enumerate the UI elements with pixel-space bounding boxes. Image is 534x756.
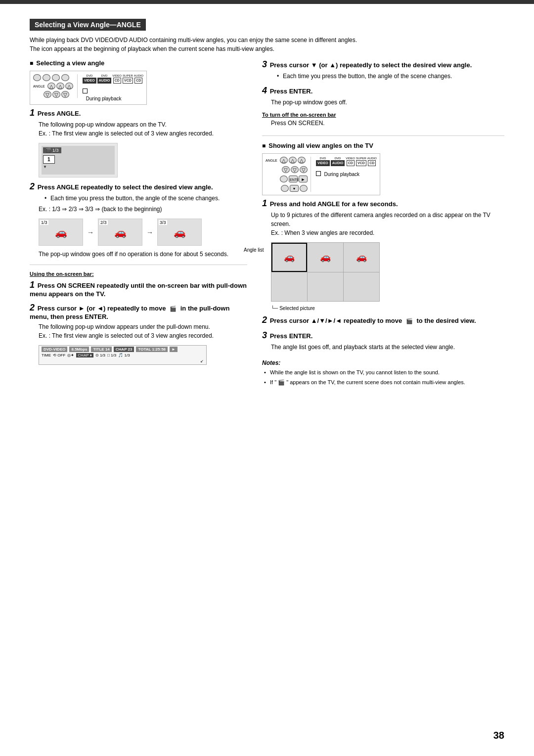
r-checkbox bbox=[316, 171, 321, 176]
step4-body: The pop-up window goes off. bbox=[271, 98, 504, 107]
angle-car-3: 🚗 bbox=[356, 252, 367, 263]
car-icon-1: 🚗 bbox=[55, 226, 67, 238]
angle-icon-inline: 🎬 bbox=[170, 306, 177, 311]
popup-inner: 🎬 1/3 1 ▼ bbox=[42, 146, 115, 175]
btn-circle-2 bbox=[43, 74, 50, 81]
popup-angle-row: 🎬 1/3 bbox=[43, 147, 61, 153]
step1-title: 1 Press ANGLE. bbox=[30, 108, 247, 118]
popup-window: 🎬 1/3 1 ▼ bbox=[39, 143, 118, 178]
page-number: 38 bbox=[493, 730, 504, 741]
rbn-dn3: ▽ bbox=[300, 166, 308, 173]
cars-row: 🚗 1/3 → 🚗 2/3 → 🚗 3/3 bbox=[39, 219, 247, 246]
angle-label-right: ANGLE bbox=[266, 159, 277, 162]
format-badges-right: DVD VIDEO DVD AUDIO VIDEO CD SUPER bbox=[314, 157, 377, 178]
rbn-c1 bbox=[280, 176, 288, 182]
video-badge: VIDEO bbox=[83, 78, 96, 84]
dvd-label2: DVD bbox=[101, 74, 108, 77]
step2-block: 2 Press ANGLE repeatedly to select the d… bbox=[30, 181, 247, 214]
btn-tri-dn1: ▽ bbox=[44, 91, 51, 98]
right-column: 3 Press cursor ▼ (or ▲) repeatedly to se… bbox=[262, 59, 504, 391]
btn-tri-up: △ bbox=[47, 83, 55, 89]
bar-symbol: ◎✦ bbox=[67, 353, 74, 357]
btn-circle-4 bbox=[61, 74, 69, 81]
page-content: Selecting a View Angle—ANGLE While playi… bbox=[0, 4, 534, 420]
dvd-label: DVD bbox=[87, 74, 93, 77]
angle-grid: 🚗 🚗 🚗 bbox=[271, 242, 380, 302]
car-label-3: 3/3 bbox=[159, 220, 167, 225]
show-step3-title: 3 Press ENTER. bbox=[262, 330, 504, 341]
rbn-right: ► bbox=[299, 176, 308, 182]
bar-chap: CHAP 23 bbox=[114, 347, 134, 352]
btn-tri-dn2: ▽ bbox=[52, 91, 60, 98]
turn-off-bar-body: Press ON SCREEN. bbox=[271, 119, 504, 128]
r-during-playback: During playback bbox=[316, 170, 377, 178]
onscreen-bar-title: Using the on-screen bar: bbox=[30, 271, 247, 277]
onscreen-bar-mockup: DVD-VIDEO 8.5Mbps TITLE 14 CHAP 23 TOTAL… bbox=[39, 345, 207, 365]
bar-dvd-video: DVD-VIDEO bbox=[42, 347, 67, 352]
vcd-badge: VCD bbox=[123, 78, 133, 84]
onscreen-step1: 1 Press ON SCREEN repeatedly until the o… bbox=[30, 280, 247, 298]
angle-cell-3: 🚗 bbox=[344, 243, 379, 272]
note-1: While the angle list is shown on the TV,… bbox=[270, 368, 504, 377]
angle-cell-1: 🚗 bbox=[271, 243, 307, 272]
r-audio-badge: AUDIO bbox=[331, 160, 345, 166]
bar-chap-sel: CHAP ♦ bbox=[76, 353, 93, 357]
btn-tri-up3: △ bbox=[65, 83, 73, 89]
step4-block: 4 Press ENTER. The pop-up window goes of… bbox=[262, 86, 504, 107]
angle-list-label: Angle list bbox=[244, 247, 264, 253]
audio-label-sm: AUDIO bbox=[134, 74, 143, 77]
r-cd-badge1: CD bbox=[347, 160, 355, 166]
angle-icon-inline2: 🎬 bbox=[406, 318, 413, 324]
rbn-tri1: △ bbox=[280, 157, 288, 164]
step2-body: Each time you press the button, the angl… bbox=[39, 194, 247, 214]
step4-title: 4 Press ENTER. bbox=[262, 86, 504, 96]
popup-note: The pop-up window goes off if no operati… bbox=[39, 250, 247, 259]
rbn-dn2: ▽ bbox=[291, 166, 299, 173]
btn-tri-dn3: ▽ bbox=[61, 91, 69, 98]
checkbox-icon bbox=[83, 89, 88, 93]
bar-title: TITLE 14 bbox=[91, 347, 111, 352]
btn-circle-1 bbox=[33, 74, 41, 81]
angle-list-container: Angle list 🚗 🚗 🚗 └─ bbox=[271, 242, 504, 311]
cd-badge1: CD bbox=[113, 78, 121, 84]
selected-arrow: └─ bbox=[271, 306, 278, 311]
divider-right bbox=[262, 135, 504, 136]
angle-cell-4 bbox=[271, 272, 307, 302]
subsection-selecting: Selecting a view angle bbox=[30, 59, 247, 67]
angle-cell-6 bbox=[344, 272, 379, 302]
onscreen-step2-body: The following pop-up window appears unde… bbox=[39, 322, 247, 340]
car-img-3: 🚗 3/3 bbox=[157, 219, 202, 246]
show-step3-block: 3 Press ENTER. The angle list goes off, … bbox=[262, 330, 504, 352]
show-step2-block: 2 Press cursor ▲/▼/►/◄ repeatedly to mov… bbox=[262, 315, 504, 325]
step1-block: 1 Press ANGLE. The following pop-up wind… bbox=[30, 108, 247, 138]
rbn-c3 bbox=[300, 185, 308, 192]
btn-circle-3 bbox=[52, 74, 60, 81]
rbn-tri2: △ bbox=[289, 157, 297, 164]
show-step1-body: Up to 9 pictures of the different camera… bbox=[271, 211, 504, 237]
bar-play: ► bbox=[170, 347, 178, 352]
bar-audio: 🎵 1/3 bbox=[118, 353, 130, 357]
rbn-c2 bbox=[281, 185, 289, 192]
step2-bullet: Each time you press the button, the angl… bbox=[50, 194, 247, 203]
car-label-2: 2/3 bbox=[99, 220, 108, 225]
show-step3-body: The angle list goes off, and playback st… bbox=[271, 343, 504, 352]
angle-cell-2: 🚗 bbox=[308, 243, 343, 272]
bar-repeat: ⟲ OFF bbox=[53, 353, 65, 357]
selected-picture-row: └─ Selected picture bbox=[271, 306, 504, 311]
rbn-dn1: ▽ bbox=[282, 166, 290, 173]
popup-arrow-down: ▼ bbox=[43, 165, 47, 169]
during-playback-row: During playback bbox=[83, 88, 143, 101]
show-step2-title: 2 Press cursor ▲/▼/►/◄ repeatedly to mov… bbox=[262, 315, 504, 325]
bar-row2: TIME ⟲ OFF ◎✦ CHAP ♦ ⊙ 1/3 □ 1/3 🎵 1/3 bbox=[42, 353, 204, 357]
super-label: SUPER bbox=[123, 74, 133, 77]
left-column: Selecting a view angle ANGLE bbox=[30, 59, 247, 391]
video-label-sm: VIDEO bbox=[112, 74, 122, 77]
arrow-1: → bbox=[87, 228, 94, 236]
arrow-2: → bbox=[146, 228, 153, 236]
step2-title: 2 Press ANGLE repeatedly to select the d… bbox=[30, 181, 247, 192]
divider bbox=[30, 265, 247, 265]
angle-icon-note: 🎬 bbox=[278, 379, 285, 385]
step3-bullet: Each time you press the button, the angl… bbox=[283, 72, 504, 81]
r-video-badge: VIDEO bbox=[316, 160, 330, 166]
remote-diagram-right: ANGLE △ △ △ ▽ ▽ ▽ bbox=[262, 153, 380, 195]
